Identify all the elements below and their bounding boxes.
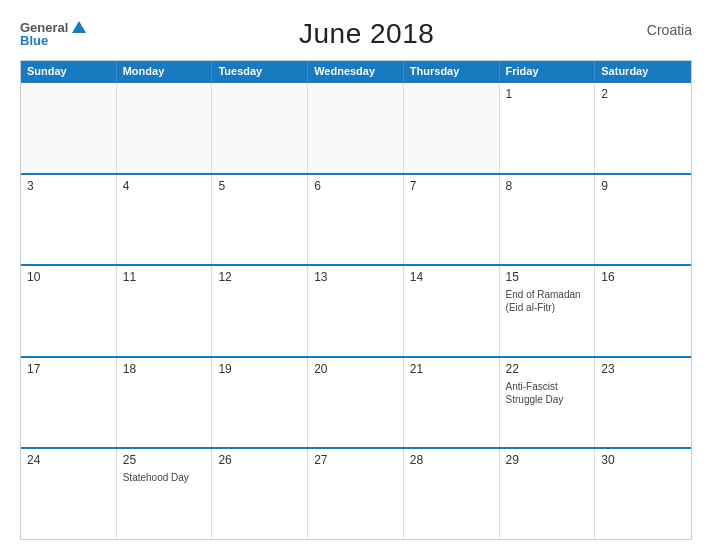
calendar-cell: 10: [21, 266, 117, 356]
day-of-week-sunday: Sunday: [21, 61, 117, 81]
calendar-title: June 2018: [299, 18, 434, 50]
day-number: 17: [27, 362, 110, 376]
event-label: Anti-Fascist Struggle Day: [506, 380, 589, 406]
day-number: 14: [410, 270, 493, 284]
country-label: Croatia: [647, 22, 692, 38]
day-number: 12: [218, 270, 301, 284]
day-number: 19: [218, 362, 301, 376]
page: General Blue June 2018 Croatia SundayMon…: [0, 0, 712, 550]
day-number: 10: [27, 270, 110, 284]
calendar-cell: 16: [595, 266, 691, 356]
logo-blue-text: Blue: [20, 34, 86, 47]
header: General Blue June 2018 Croatia: [20, 18, 692, 50]
day-number: 18: [123, 362, 206, 376]
calendar-cell: 24: [21, 449, 117, 539]
day-of-week-wednesday: Wednesday: [308, 61, 404, 81]
day-number: 28: [410, 453, 493, 467]
calendar-cell: [308, 83, 404, 173]
calendar-row-3: 171819202122Anti-Fascist Struggle Day23: [21, 356, 691, 448]
calendar-row-1: 3456789: [21, 173, 691, 265]
day-number: 5: [218, 179, 301, 193]
event-label: End of Ramadan (Eid al-Fitr): [506, 288, 589, 314]
calendar-cell: 29: [500, 449, 596, 539]
logo-triangle-icon: [72, 21, 86, 33]
day-number: 26: [218, 453, 301, 467]
day-number: 7: [410, 179, 493, 193]
day-number: 13: [314, 270, 397, 284]
calendar-body: 123456789101112131415End of Ramadan (Eid…: [21, 81, 691, 539]
calendar-cell: [212, 83, 308, 173]
day-number: 22: [506, 362, 589, 376]
day-number: 9: [601, 179, 685, 193]
calendar-cell: 30: [595, 449, 691, 539]
day-number: 30: [601, 453, 685, 467]
day-of-week-monday: Monday: [117, 61, 213, 81]
calendar-cell: 6: [308, 175, 404, 265]
calendar-cell: 3: [21, 175, 117, 265]
calendar-row-0: 12: [21, 81, 691, 173]
calendar-cell: 26: [212, 449, 308, 539]
day-of-week-thursday: Thursday: [404, 61, 500, 81]
calendar-cell: 20: [308, 358, 404, 448]
calendar-cell: 12: [212, 266, 308, 356]
day-of-week-friday: Friday: [500, 61, 596, 81]
day-number: 2: [601, 87, 685, 101]
calendar-cell: 18: [117, 358, 213, 448]
calendar-cell: 21: [404, 358, 500, 448]
day-number: 23: [601, 362, 685, 376]
calendar-cell: 22Anti-Fascist Struggle Day: [500, 358, 596, 448]
day-number: 27: [314, 453, 397, 467]
calendar-cell: 13: [308, 266, 404, 356]
day-number: 29: [506, 453, 589, 467]
calendar-cell: 27: [308, 449, 404, 539]
calendar-cell: 17: [21, 358, 117, 448]
logo: General Blue: [20, 21, 86, 47]
calendar-row-4: 2425Statehood Day2627282930: [21, 447, 691, 539]
calendar-cell: [117, 83, 213, 173]
day-number: 11: [123, 270, 206, 284]
calendar-cell: 8: [500, 175, 596, 265]
day-number: 4: [123, 179, 206, 193]
calendar-cell: [21, 83, 117, 173]
day-number: 1: [506, 87, 589, 101]
day-number: 25: [123, 453, 206, 467]
calendar-cell: 28: [404, 449, 500, 539]
calendar-cell: 9: [595, 175, 691, 265]
calendar-cell: 4: [117, 175, 213, 265]
day-number: 24: [27, 453, 110, 467]
calendar-cell: 1: [500, 83, 596, 173]
calendar-cell: 23: [595, 358, 691, 448]
day-of-week-tuesday: Tuesday: [212, 61, 308, 81]
day-of-week-saturday: Saturday: [595, 61, 691, 81]
day-number: 16: [601, 270, 685, 284]
calendar-cell: 25Statehood Day: [117, 449, 213, 539]
calendar-cell: 2: [595, 83, 691, 173]
calendar-cell: [404, 83, 500, 173]
day-number: 21: [410, 362, 493, 376]
calendar-cell: 11: [117, 266, 213, 356]
day-number: 3: [27, 179, 110, 193]
event-label: Statehood Day: [123, 471, 206, 484]
calendar-row-2: 101112131415End of Ramadan (Eid al-Fitr)…: [21, 264, 691, 356]
calendar-header: SundayMondayTuesdayWednesdayThursdayFrid…: [21, 61, 691, 81]
calendar-cell: 5: [212, 175, 308, 265]
calendar-cell: 19: [212, 358, 308, 448]
day-number: 6: [314, 179, 397, 193]
day-number: 8: [506, 179, 589, 193]
calendar-cell: 7: [404, 175, 500, 265]
day-number: 20: [314, 362, 397, 376]
calendar: SundayMondayTuesdayWednesdayThursdayFrid…: [20, 60, 692, 540]
day-number: 15: [506, 270, 589, 284]
calendar-cell: 15End of Ramadan (Eid al-Fitr): [500, 266, 596, 356]
calendar-cell: 14: [404, 266, 500, 356]
